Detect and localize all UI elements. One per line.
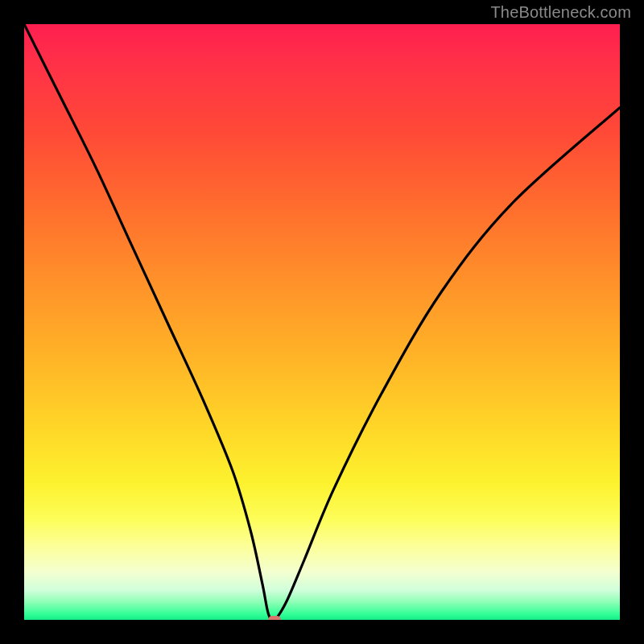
watermark-text: TheBottleneck.com [490,3,631,22]
plot-area [24,24,620,620]
chart-frame: TheBottleneck.com [0,0,644,644]
bottleneck-curve [24,24,620,620]
optimal-point-marker [268,616,281,620]
